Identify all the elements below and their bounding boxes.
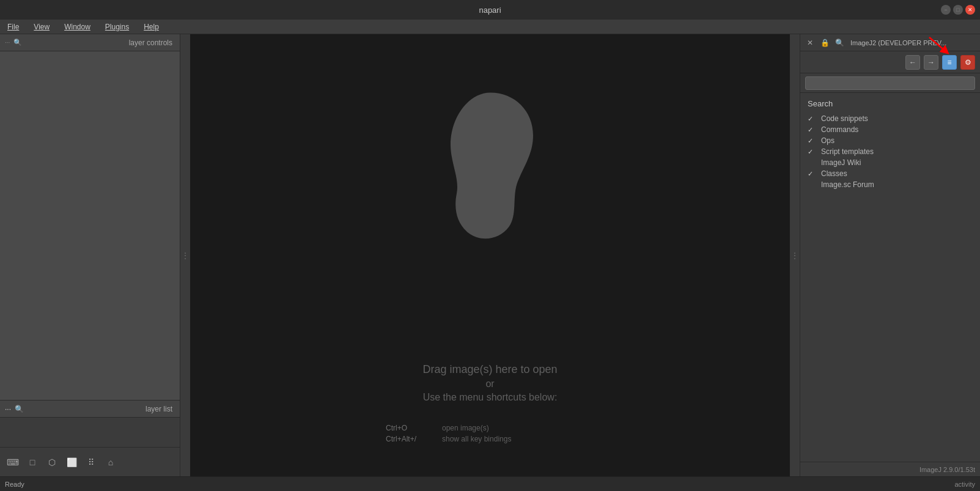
blob-visualization <box>411 80 570 253</box>
right-search-row <box>800 73 980 93</box>
canvas-area[interactable]: Drag image(s) here to open or Use the me… <box>190 34 790 476</box>
right-drag-handle[interactable]: ⋮ <box>790 34 800 476</box>
menu-plugins[interactable]: Plugins <box>103 21 131 32</box>
shortcut-key-bindings: Ctrl+Alt+/ <box>386 435 435 443</box>
search-small-icon[interactable]: 🔍 <box>13 39 22 46</box>
right-nav-row: ← → ≡ ⚙ <box>800 51 980 73</box>
menu-window[interactable]: Window <box>62 21 93 32</box>
layer-controls-area <box>0 51 180 400</box>
drop-hint-sub: Use the menu shortcuts below: <box>422 392 557 403</box>
dots-icon-2: ··· <box>5 405 11 413</box>
search-options-list: ✓Code snippets✓Commands✓Ops✓Script templ… <box>808 113 973 190</box>
panel-lock-icon[interactable]: 🔒 <box>819 37 831 49</box>
search-option-item[interactable]: ✓Commands <box>808 124 973 135</box>
window-controls: − □ ✕ <box>941 5 975 15</box>
app-title: napari <box>479 6 501 15</box>
nav-back-button[interactable]: ← <box>905 55 920 70</box>
nav-menu-button[interactable]: ≡ <box>942 55 957 70</box>
layer-controls-header: ··· 🔍 layer controls <box>0 34 180 51</box>
imagej-version: ImageJ 2.9.0/1.53t <box>919 466 975 473</box>
right-search-input[interactable] <box>805 76 975 90</box>
cube-button[interactable]: ⬡ <box>44 454 60 470</box>
title-bar: napari − □ ✕ <box>0 0 980 20</box>
status-bar: Ready activity <box>0 476 980 491</box>
drop-hint: Drag image(s) here to open or Use the me… <box>422 363 557 403</box>
panel-search-icon[interactable]: 🔍 <box>833 37 846 49</box>
grid-button[interactable]: ⠿ <box>83 454 99 470</box>
right-panel-header: ✕ 🔒 🔍 ImageJ2 (DEVELOPER PREV... <box>800 34 980 51</box>
right-panel: ✕ 🔒 🔍 ImageJ2 (DEVELOPER PREV... ← → ≡ ⚙… <box>800 34 980 476</box>
layer-controls-title: layer controls <box>129 39 172 47</box>
search-option-item[interactable]: ✓Code snippets <box>808 113 973 124</box>
shortcut-row-keys: Ctrl+Alt+/ show all key bindings <box>386 435 511 443</box>
status-text: Ready <box>5 481 24 488</box>
panel-close-icon[interactable]: ✕ <box>804 37 816 49</box>
shortcut-desc-open: open image(s) <box>442 424 489 432</box>
shortcuts-area: Ctrl+O open image(s) Ctrl+Alt+/ show all… <box>386 424 511 446</box>
search-option-item[interactable]: ✓Classes <box>808 168 973 179</box>
menu-file[interactable]: File <box>5 21 21 32</box>
left-panel: ··· 🔍 layer controls ··· 🔍 layer list ⠿ … <box>0 34 180 476</box>
nav-forward-button[interactable]: → <box>924 55 938 70</box>
search-option-item[interactable]: ✓ImageJ Wiki <box>808 157 973 168</box>
right-panel-footer: ImageJ 2.9.0/1.53t <box>800 462 980 476</box>
maximize-button[interactable]: □ <box>953 5 963 15</box>
square-button[interactable]: □ <box>24 454 40 470</box>
search-option-item[interactable]: ✓Ops <box>808 135 973 146</box>
shortcut-desc-bindings: show all key bindings <box>442 435 511 443</box>
shortcut-key-open: Ctrl+O <box>386 424 435 432</box>
terminal-button[interactable]: ⌨ <box>5 454 21 470</box>
bottom-toolbar: ⌨ □ ⬡ ⬜ ⠿ ⌂ <box>0 447 180 476</box>
search-small-icon-2[interactable]: 🔍 <box>15 405 24 413</box>
nav-gear-button[interactable]: ⚙ <box>960 55 975 70</box>
menu-help[interactable]: Help <box>141 21 161 32</box>
layer-list-title: layer list <box>146 405 172 413</box>
search-section-label: Search <box>808 99 973 108</box>
search-option-item[interactable]: ✓Script templates <box>808 146 973 157</box>
search-option-item[interactable]: ✓Image.sc Forum <box>808 179 973 190</box>
left-drag-handle[interactable]: ⋮ <box>180 34 190 476</box>
shortcut-row-open: Ctrl+O open image(s) <box>386 424 511 432</box>
dots-icon: ··· <box>5 39 10 46</box>
panel-title: ImageJ2 (DEVELOPER PREV... <box>848 39 976 46</box>
home-button[interactable]: ⌂ <box>103 454 119 470</box>
menu-bar: File View Window Plugins Help <box>0 20 980 34</box>
search-section: Search ✓Code snippets✓Commands✓Ops✓Scrip… <box>800 93 980 194</box>
close-button[interactable]: ✕ <box>965 5 975 15</box>
frame-button[interactable]: ⬜ <box>64 454 79 470</box>
activity-text: activity <box>954 481 975 488</box>
minimize-button[interactable]: − <box>941 5 951 15</box>
menu-view[interactable]: View <box>31 21 52 32</box>
drop-hint-or: or <box>422 378 557 389</box>
main-layout: ··· 🔍 layer controls ··· 🔍 layer list ⠿ … <box>0 34 980 476</box>
layer-list-header: ··· 🔍 layer list <box>0 401 180 418</box>
drop-hint-main: Drag image(s) here to open <box>422 363 557 376</box>
